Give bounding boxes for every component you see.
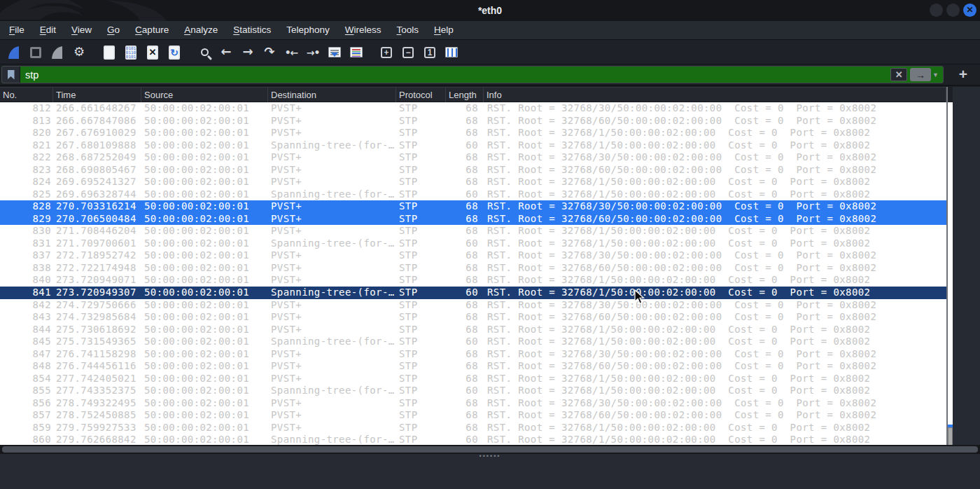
packet-row-844[interactable]: 844275.73061869250:00:00:02:00:01PVST+ST…: [0, 324, 946, 336]
cell-src: 50:00:00:02:00:01: [144, 336, 268, 348]
filter-dropdown-caret-icon[interactable]: ▼: [932, 71, 939, 78]
go-forward-button[interactable]: →: [238, 43, 258, 62]
packet-row-837[interactable]: 837272.71895274250:00:00:02:00:01PVST+ST…: [0, 249, 946, 262]
cell-dst: PVST+: [271, 324, 396, 336]
packet-row-841[interactable]: 841273.72094930750:00:00:02:00:01Spannin…: [0, 287, 946, 299]
packet-row-847[interactable]: 847276.74115829850:00:00:02:00:01PVST+ST…: [0, 348, 946, 361]
column-header-destination[interactable]: Destination: [268, 88, 396, 102]
packet-row-855[interactable]: 855277.74335237550:00:00:02:00:01Spannin…: [0, 385, 946, 397]
capture-options-button[interactable]: ⚙: [69, 43, 89, 62]
stop-capture-button[interactable]: [26, 43, 46, 62]
column-header-no[interactable]: No.: [0, 88, 53, 102]
packet-row-842[interactable]: 842274.72975066650:00:00:02:00:01PVST+ST…: [0, 299, 946, 312]
close-file-button[interactable]: ✕: [143, 43, 162, 62]
maximize-button[interactable]: [946, 4, 960, 17]
menu-item-statistics[interactable]: Statistics: [225, 21, 279, 39]
reload-file-button[interactable]: ↻: [164, 43, 184, 62]
cell-time: 276.741158298: [56, 348, 141, 361]
display-filter-input[interactable]: stp ✕ → ▼: [1, 66, 944, 83]
packet-row-843[interactable]: 843274.73298568450:00:00:02:00:01PVST+ST…: [0, 311, 946, 324]
save-file-button[interactable]: 0101 0110 0101: [121, 43, 141, 62]
open-file-button[interactable]: [99, 43, 119, 62]
filter-clear-icon[interactable]: ✕: [890, 68, 907, 81]
cell-info: RST. Root = 32768/60/50:00:00:02:00:00 C…: [487, 311, 942, 324]
cell-src: 50:00:00:02:00:01: [144, 225, 268, 237]
menu-item-go[interactable]: Go: [99, 21, 127, 39]
go-to-packet-button[interactable]: ↷: [260, 43, 279, 62]
wireshark-window: *eth0 ✕ FileEditViewGoCaptureAnalyzeStat…: [0, 0, 980, 489]
packet-row-812[interactable]: 812266.66164826750:00:00:02:00:01PVST+ST…: [0, 102, 946, 115]
close-button[interactable]: ✕: [963, 4, 976, 17]
packet-row-845[interactable]: 845275.73154936550:00:00:02:00:01Spannin…: [0, 336, 946, 348]
go-last-packet-button[interactable]: →•: [303, 43, 323, 62]
open-file-icon: [104, 46, 115, 60]
packet-row-830[interactable]: 830271.70844620450:00:00:02:00:01PVST+ST…: [0, 225, 946, 237]
menu-item-tools[interactable]: Tools: [389, 21, 427, 39]
cell-info: RST. Root = 32768/30/50:00:00:02:00:00 C…: [487, 299, 942, 312]
vertical-scrollbar-thumb[interactable]: [948, 427, 953, 446]
column-header-length[interactable]: Length: [446, 88, 484, 102]
packet-row-823[interactable]: 823268.69080546750:00:00:02:00:01PVST+ST…: [0, 164, 946, 177]
restart-capture-button[interactable]: [48, 43, 67, 62]
menu-item-capture[interactable]: Capture: [127, 21, 176, 39]
find-packet-button[interactable]: [195, 43, 214, 62]
packet-row-813[interactable]: 813266.66784708650:00:00:02:00:01PVST+ST…: [0, 115, 946, 128]
menu-item-wireless[interactable]: Wireless: [337, 21, 389, 39]
packet-row-840[interactable]: 840273.72094907150:00:00:02:00:01PVST+ST…: [0, 274, 946, 287]
cell-no: 843: [0, 311, 53, 324]
cell-info: RST. Root = 32768/30/50:00:00:02:00:00 C…: [487, 151, 942, 164]
add-filter-button[interactable]: +: [953, 65, 973, 83]
go-back-button[interactable]: ←: [216, 43, 236, 62]
column-header-info[interactable]: Info: [484, 88, 946, 102]
cell-len: 68: [446, 115, 481, 128]
cell-proto: STP: [399, 348, 446, 361]
packet-row-829[interactable]: 829270.70650048450:00:00:02:00:01PVST+ST…: [0, 213, 946, 226]
packet-row-859[interactable]: 859279.75992753350:00:00:02:00:01PVST+ST…: [0, 422, 946, 434]
minimize-button[interactable]: [930, 4, 943, 17]
packet-row-856[interactable]: 856278.74932249550:00:00:02:00:01PVST+ST…: [0, 397, 946, 410]
menu-item-analyze[interactable]: Analyze: [176, 21, 225, 39]
packet-row-820[interactable]: 820267.67691002950:00:00:02:00:01PVST+ST…: [0, 127, 946, 139]
zoom-in-button[interactable]: +: [377, 43, 396, 62]
cell-len: 60: [446, 188, 481, 201]
cell-info: RST. Root = 32768/1/50:00:00:02:00:00 Co…: [487, 336, 942, 348]
filter-bookmark-button[interactable]: [2, 67, 20, 83]
menu-item-help[interactable]: Help: [426, 21, 461, 39]
horizontal-scrollbar-thumb[interactable]: [2, 446, 978, 453]
resize-columns-button[interactable]: [442, 43, 461, 62]
packet-row-831[interactable]: 831271.70970060150:00:00:02:00:01Spannin…: [0, 237, 946, 250]
go-first-packet-button[interactable]: •←: [281, 43, 301, 62]
cell-time: 275.730618692: [56, 324, 141, 336]
column-header-protocol[interactable]: Protocol: [396, 88, 446, 102]
filter-apply-icon[interactable]: →: [910, 68, 931, 81]
packet-row-838[interactable]: 838272.72217494850:00:00:02:00:01PVST+ST…: [0, 262, 946, 275]
column-header-time[interactable]: Time: [53, 88, 141, 102]
vertical-scrollbar[interactable]: [948, 102, 953, 446]
packet-row-821[interactable]: 821267.68010988850:00:00:02:00:01Spannin…: [0, 139, 946, 152]
packet-row-848[interactable]: 848276.74445611650:00:00:02:00:01PVST+ST…: [0, 360, 946, 373]
pane-splitter[interactable]: ••••••: [0, 454, 980, 459]
zoom-100-button[interactable]: 1: [420, 43, 440, 62]
filter-value[interactable]: stp: [20, 69, 890, 81]
packet-row-825[interactable]: 825269.69632874450:00:00:02:00:01Spannin…: [0, 188, 946, 201]
packet-row-824[interactable]: 824269.69524132750:00:00:02:00:01PVST+ST…: [0, 176, 946, 188]
menu-item-view[interactable]: View: [64, 21, 99, 39]
packet-row-854[interactable]: 854277.74240502150:00:00:02:00:01PVST+ST…: [0, 373, 946, 385]
packet-list-header: No.TimeSourceDestinationProtocolLengthIn…: [0, 87, 946, 102]
menu-item-file[interactable]: File: [1, 21, 32, 39]
colorize-button[interactable]: [346, 43, 366, 62]
packet-row-822[interactable]: 822268.68725204950:00:00:02:00:01PVST+ST…: [0, 151, 946, 164]
cell-dst: Spanning-tree-(for-…: [271, 188, 396, 201]
cell-info: RST. Root = 32768/1/50:00:00:02:00:00 Co…: [487, 373, 942, 385]
packet-row-857[interactable]: 857278.75245088550:00:00:02:00:01PVST+ST…: [0, 409, 946, 422]
column-header-source[interactable]: Source: [141, 88, 268, 102]
menu-item-telephony[interactable]: Telephony: [279, 21, 337, 39]
cell-src: 50:00:00:02:00:01: [144, 200, 268, 213]
cell-src: 50:00:00:02:00:01: [144, 249, 268, 262]
packet-row-828[interactable]: 828270.70331621450:00:00:02:00:01PVST+ST…: [0, 200, 946, 213]
zoom-out-button[interactable]: −: [398, 43, 418, 62]
start-capture-button[interactable]: [4, 43, 24, 62]
menu-bar: FileEditViewGoCaptureAnalyzeStatisticsTe…: [0, 21, 980, 40]
menu-item-edit[interactable]: Edit: [32, 21, 64, 39]
auto-scroll-button[interactable]: [325, 43, 344, 62]
